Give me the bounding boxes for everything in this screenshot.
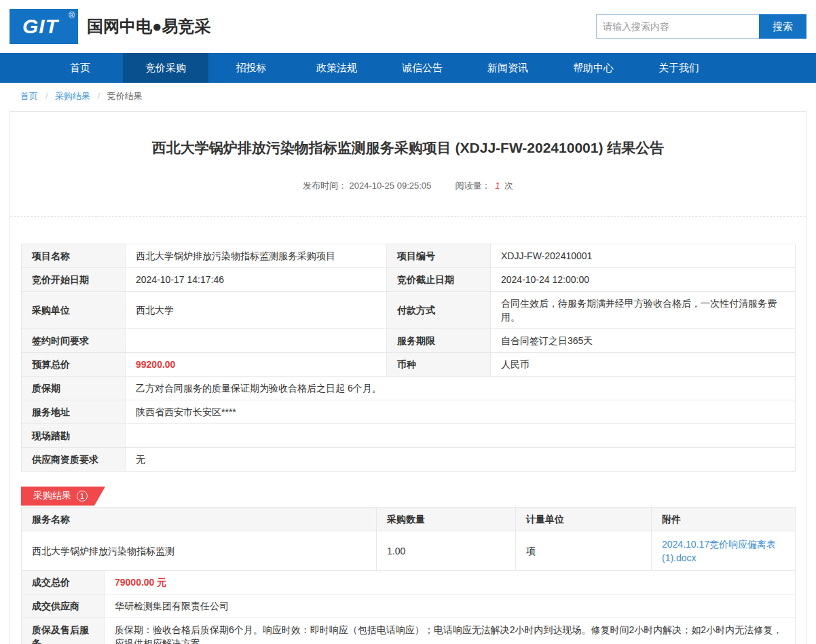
- search-bar: 搜索: [596, 14, 806, 39]
- table-row: 成交总价 79000.00 元: [22, 571, 796, 594]
- warranty-service-text: 质保期：验收合格后质保期6个月。响应时效：即时响应（包括电话响应）；电话响应无法…: [105, 618, 796, 644]
- badge-count: 1: [77, 491, 88, 501]
- search-button[interactable]: 搜索: [759, 14, 806, 39]
- field-label: 币种: [387, 353, 491, 377]
- breadcrumb-separator: /: [98, 91, 100, 101]
- result-summary-table: 成交总价 79000.00 元 成交供应商 华研检测集团有限责任公司 质保及售后…: [21, 570, 796, 644]
- attachment-cell: 2024.10.17竞价响应偏离表(1).docx: [652, 531, 796, 571]
- field-label: 项目编号: [387, 244, 491, 268]
- result-items-table: 服务名称 采购数量 计量单位 附件 西北大学锅炉排放污染物指标监测 1.00 项…: [21, 507, 796, 571]
- views-label: 阅读量：: [456, 181, 491, 191]
- logo-text: GIT: [22, 15, 65, 38]
- nav-item-help-center[interactable]: 帮助中心: [551, 53, 636, 83]
- column-header: 采购数量: [377, 508, 516, 531]
- field-label: 供应商资质要求: [22, 448, 126, 472]
- service-name-cell: 西北大学锅炉排放污染物指标监测: [22, 531, 377, 571]
- table-row: 竞价开始日期 2024-10-17 14:17:46 竞价截止日期 2024-1…: [22, 268, 796, 292]
- nav-item-integrity-notice[interactable]: 诚信公告: [379, 53, 465, 83]
- column-header: 服务名称: [22, 508, 377, 531]
- site-name: 国网中电●易竞采: [87, 16, 211, 37]
- project-info-table: 项目名称 西北大学锅炉排放污染物指标监测服务采购项目 项目编号 XDJJ-FW-…: [21, 244, 796, 472]
- table-row: 预算总价 99200.00 币种 人民币: [22, 353, 796, 377]
- field-label: 成交总价: [22, 571, 105, 594]
- top-header: GIT ® 国网中电●易竞采 搜索: [0, 0, 816, 53]
- field-value: 陕西省西安市长安区****: [126, 400, 796, 424]
- page-title: 西北大学锅炉排放污染物指标监测服务采购项目 (XDJJ-FW-202410001…: [21, 138, 795, 158]
- field-label: 竞价截止日期: [387, 268, 491, 292]
- breadcrumb: 首页 / 采购结果 / 竞价结果: [0, 83, 816, 109]
- publish-time-label: 发布时间：: [303, 181, 347, 191]
- table-row: 质保及售后服务 质保期：验收合格后质保期6个月。响应时效：即时响应（包括电话响应…: [22, 618, 796, 644]
- breadcrumb-current: 竞价结果: [107, 91, 143, 101]
- field-label: 采购单位: [22, 292, 126, 329]
- field-value: 自合同签订之日365天: [491, 329, 796, 353]
- table-row: 成交供应商 华研检测集团有限责任公司: [22, 594, 796, 618]
- badge-label: 采购结果: [33, 490, 71, 502]
- quantity-cell: 1.00: [377, 531, 516, 571]
- field-label: 质保及售后服务: [22, 618, 105, 644]
- publish-time-value: 2024-10-25 09:25:05: [350, 181, 432, 191]
- announcement-meta: 发布时间： 2024-10-25 09:25:05 阅读量： 1 次: [21, 180, 795, 192]
- table-row: 项目名称 西北大学锅炉排放污染物指标监测服务采购项目 项目编号 XDJJ-FW-…: [22, 244, 796, 268]
- field-label: 竞价开始日期: [22, 268, 126, 292]
- purchase-result-badge: 采购结果 1: [21, 487, 105, 506]
- unit-cell: 项: [516, 531, 652, 571]
- dashed-divider: [10, 216, 806, 216]
- field-value: XDJJ-FW-202410001: [491, 244, 796, 268]
- field-label: 质保期: [22, 377, 126, 400]
- table-row: 现场踏勘: [22, 424, 796, 448]
- field-label: 预算总价: [22, 353, 126, 377]
- field-value: 2024-10-17 14:17:46: [126, 268, 387, 292]
- breadcrumb-separator: /: [45, 91, 48, 101]
- nav-item-about-us[interactable]: 关于我们: [636, 53, 722, 83]
- nav-item-bidding-purchase[interactable]: 竞价采购: [123, 53, 208, 83]
- table-row: 质保期 乙方对合同服务的质量保证期为验收合格后之日起 6个月。: [22, 377, 796, 400]
- table-header-row: 服务名称 采购数量 计量单位 附件: [22, 508, 796, 531]
- table-row: 供应商资质要求 无: [22, 448, 796, 472]
- field-label: 服务期限: [387, 329, 491, 353]
- views-count: 1: [495, 181, 500, 191]
- field-value: 无: [126, 448, 796, 472]
- field-value: 西北大学: [126, 292, 387, 329]
- table-row: 采购单位 西北大学 付款方式 合同生效后，待服务期满并经甲方验收合格后，一次性付…: [22, 292, 796, 329]
- field-value: 合同生效后，待服务期满并经甲方验收合格后，一次性付清服务费用。: [491, 292, 796, 329]
- field-label: 成交供应商: [22, 594, 105, 618]
- deal-total-price: 79000.00 元: [105, 571, 796, 594]
- field-label: 现场踏勘: [22, 424, 126, 448]
- field-value: 人民币: [491, 353, 796, 377]
- field-value: [126, 424, 796, 448]
- field-value: 乙方对合同服务的质量保证期为验收合格后之日起 6个月。: [126, 377, 796, 400]
- nav-item-news[interactable]: 新闻资讯: [465, 53, 551, 83]
- site-logo[interactable]: GIT ®: [10, 9, 78, 44]
- nav-item-tendering[interactable]: 招投标: [208, 53, 294, 83]
- field-label: 付款方式: [387, 292, 491, 329]
- field-value: 西北大学锅炉排放污染物指标监测服务采购项目: [126, 244, 387, 268]
- field-label: 项目名称: [22, 244, 126, 268]
- announcement-card: 西北大学锅炉排放污染物指标监测服务采购项目 (XDJJ-FW-202410001…: [10, 111, 806, 644]
- nav-item-policies[interactable]: 政策法规: [294, 53, 379, 83]
- table-row: 签约时间要求 服务期限 自合同签订之日365天: [22, 329, 796, 353]
- table-row: 西北大学锅炉排放污染物指标监测 1.00 项 2024.10.17竞价响应偏离表…: [22, 531, 796, 571]
- registered-trademark-icon: ®: [69, 11, 75, 20]
- field-value: 2024-10-24 12:00:00: [491, 268, 796, 292]
- breadcrumb-purchase-results-link[interactable]: 采购结果: [55, 91, 90, 101]
- attachment-link[interactable]: 2024.10.17竞价响应偏离表(1).docx: [662, 539, 776, 563]
- budget-total-value: 99200.00: [126, 353, 387, 377]
- supplier-name: 华研检测集团有限责任公司: [105, 594, 796, 618]
- breadcrumb-home-link[interactable]: 首页: [20, 91, 38, 101]
- field-label: 服务地址: [22, 400, 126, 424]
- nav-item-home[interactable]: 首页: [37, 53, 123, 83]
- field-label: 签约时间要求: [22, 329, 126, 353]
- column-header: 附件: [652, 508, 796, 531]
- column-header: 计量单位: [516, 508, 652, 531]
- field-value: [126, 329, 387, 353]
- result-section-header: 采购结果 1: [21, 487, 795, 506]
- views-unit: 次: [504, 181, 513, 191]
- table-row: 服务地址 陕西省西安市长安区****: [22, 400, 796, 424]
- search-input[interactable]: [596, 14, 759, 39]
- main-nav: 首页 竞价采购 招投标 政策法规 诚信公告 新闻资讯 帮助中心 关于我们: [0, 53, 816, 83]
